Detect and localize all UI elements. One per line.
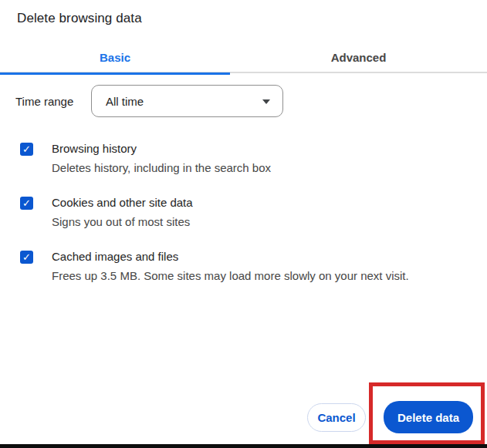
option-row-browsing-history: ✓ Browsing history Deletes history, incl…	[20, 139, 468, 177]
dropdown-arrow-icon	[262, 99, 270, 104]
option-subtitle: Signs you out of most sites	[52, 212, 193, 231]
checkmark-icon: ✓	[22, 198, 31, 208]
time-range-selected-value: All time	[106, 95, 144, 108]
cancel-button[interactable]: Cancel	[307, 403, 366, 432]
checkmark-icon: ✓	[22, 252, 31, 262]
dialog-bottom-edge	[0, 444, 487, 448]
option-text: Cookies and other site data Signs you ou…	[52, 193, 193, 231]
time-range-row: Time range All time	[15, 85, 283, 117]
tab-bar: Basic Advanced	[0, 41, 487, 73]
time-range-label: Time range	[15, 95, 91, 108]
option-subtitle: Frees up 3.5 MB. Some sites may load mor…	[52, 266, 409, 285]
delete-browsing-data-dialog: Delete browsing data Basic Advanced Time…	[0, 0, 487, 448]
time-range-select[interactable]: All time	[91, 85, 283, 117]
tab-basic[interactable]: Basic	[0, 41, 230, 73]
cached-images-checkbox[interactable]: ✓	[20, 251, 33, 264]
cookies-checkbox[interactable]: ✓	[20, 197, 33, 210]
option-subtitle: Deletes history, including in the search…	[52, 158, 271, 177]
option-title: Cookies and other site data	[52, 193, 193, 212]
option-row-cached-images: ✓ Cached images and files Frees up 3.5 M…	[20, 247, 468, 285]
option-text: Cached images and files Frees up 3.5 MB.…	[52, 247, 409, 285]
option-title: Browsing history	[52, 139, 271, 158]
tab-advanced[interactable]: Advanced	[230, 41, 487, 73]
browsing-history-checkbox[interactable]: ✓	[20, 143, 33, 156]
delete-data-button[interactable]: Delete data	[384, 401, 473, 433]
tab-basic-label: Basic	[100, 51, 130, 64]
option-row-cookies: ✓ Cookies and other site data Signs you …	[20, 193, 468, 231]
tab-advanced-label: Advanced	[331, 51, 387, 64]
option-title: Cached images and files	[52, 247, 409, 266]
option-text: Browsing history Deletes history, includ…	[52, 139, 271, 177]
checkmark-icon: ✓	[22, 144, 31, 154]
dialog-title: Delete browsing data	[17, 11, 142, 26]
